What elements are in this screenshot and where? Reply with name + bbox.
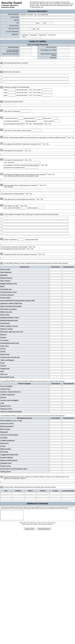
q-visit-yes[interactable] (26, 248, 27, 249)
call-time-input[interactable] (20, 28, 31, 30)
u-desc-2[interactable] (62, 495, 74, 497)
reset-button[interactable] (37, 528, 51, 530)
misc-unarmed-18[interactable] (62, 471, 74, 473)
guard-armed-32[interactable] (49, 359, 61, 361)
guard-armed-35[interactable] (49, 368, 61, 370)
u-pol-2[interactable] (25, 495, 35, 497)
r-no[interactable] (41, 253, 43, 255)
pi-unarmed-6[interactable] (62, 402, 74, 404)
pi-unarmed-8[interactable] (62, 408, 74, 410)
corporation-radio[interactable] (28, 34, 30, 36)
guard-unarmed-0[interactable] (62, 268, 74, 270)
u-desc-3[interactable] (62, 498, 74, 500)
guard-unarmed-20[interactable] (62, 325, 74, 327)
guard-armed-28[interactable] (49, 348, 61, 350)
guard-armed-21[interactable] (49, 328, 61, 330)
u-desc-1[interactable] (62, 492, 74, 494)
guard-armed-31[interactable] (49, 356, 61, 358)
misc-unarmed-6[interactable] (62, 437, 74, 439)
med-input[interactable] (58, 53, 69, 55)
individual-radio[interactable] (20, 34, 22, 36)
misc-armed-3[interactable] (49, 428, 61, 430)
e-input[interactable] (20, 110, 31, 112)
guard-unarmed-14[interactable] (62, 308, 74, 310)
misc-armed-5[interactable] (49, 434, 61, 436)
q-desc-input[interactable] (1, 243, 74, 245)
misc-armed-16[interactable] (49, 465, 61, 467)
n-yes[interactable] (35, 198, 37, 200)
pi-armed-4[interactable] (49, 396, 61, 398)
u-year-1[interactable] (1, 492, 11, 494)
pi-unarmed-5[interactable] (62, 400, 74, 401)
pi-unarmed-3[interactable] (62, 394, 74, 396)
guard-unarmed-36[interactable] (62, 370, 74, 372)
guard-unarmed-15[interactable] (62, 311, 74, 313)
guard-armed-13[interactable] (49, 306, 61, 307)
guard-unarmed-25[interactable] (62, 340, 74, 341)
pi-armed-6[interactable] (49, 402, 61, 404)
guard-unarmed-6[interactable] (62, 286, 74, 288)
c-no-1[interactable] (32, 88, 34, 90)
guard-unarmed-28[interactable] (62, 348, 74, 350)
p-input-5[interactable] (2, 230, 68, 232)
pi-armed-7[interactable] (49, 405, 61, 407)
guard-unarmed-5[interactable] (62, 283, 74, 285)
c-lic-2[interactable] (42, 91, 52, 94)
m-yes[interactable] (38, 184, 40, 186)
g-input[interactable] (31, 129, 42, 132)
o-no[interactable] (23, 205, 25, 206)
pi-armed-1[interactable] (49, 388, 61, 390)
misc-unarmed-8[interactable] (62, 442, 74, 444)
pi-armed-0[interactable] (49, 385, 61, 387)
other-radio[interactable] (20, 36, 22, 37)
pi-unarmed-2[interactable] (62, 391, 74, 393)
misc-unarmed-15[interactable] (62, 462, 74, 464)
guard-armed-6[interactable] (49, 286, 61, 288)
misc-armed-8[interactable] (49, 442, 61, 444)
n-no[interactable] (39, 198, 41, 200)
o-handlers[interactable] (21, 206, 27, 209)
guard-armed-29[interactable] (49, 351, 61, 353)
c-state-1[interactable] (8, 88, 16, 91)
misc-unarmed-1[interactable] (62, 422, 74, 424)
c-yes-2[interactable] (28, 91, 30, 93)
p-input-2[interactable] (2, 220, 68, 222)
misc-unarmed-7[interactable] (62, 440, 74, 442)
misc-armed-9[interactable] (49, 445, 61, 447)
f-armed[interactable] (18, 117, 24, 120)
guard-unarmed-1[interactable] (62, 272, 74, 273)
misc-armed-10[interactable] (49, 448, 61, 450)
guard-armed-14[interactable] (49, 308, 61, 310)
c-lic-3[interactable] (42, 94, 52, 96)
guard-armed-36[interactable] (49, 370, 61, 372)
guard-unarmed-32[interactable] (62, 359, 74, 361)
guard-unarmed-38[interactable] (62, 376, 74, 378)
guard-armed-4[interactable] (49, 280, 61, 282)
pm-radio[interactable] (35, 28, 37, 30)
guard-armed-5[interactable] (49, 283, 61, 285)
guard-unarmed-35[interactable] (62, 368, 74, 370)
additional-comments[interactable] (1, 510, 24, 520)
each-occ-input[interactable] (58, 47, 69, 48)
misc-armed-12[interactable] (49, 454, 61, 456)
q-num[interactable] (18, 238, 24, 241)
misc-armed-4[interactable] (49, 431, 61, 433)
misc-unarmed-12[interactable] (62, 454, 74, 456)
misc-unarmed-17[interactable] (62, 468, 74, 470)
guard-armed-23[interactable] (49, 334, 61, 336)
personal-input[interactable] (20, 53, 32, 55)
guard-unarmed-33[interactable] (62, 362, 74, 364)
k-no[interactable] (28, 159, 30, 160)
c-no-2[interactable] (32, 91, 34, 93)
guard-unarmed-17[interactable] (62, 317, 74, 319)
pi-armed-8[interactable] (49, 408, 61, 410)
guard-unarmed-7[interactable] (62, 288, 74, 290)
b-input-2[interactable] (2, 78, 68, 80)
p-input-3[interactable] (2, 223, 68, 226)
other-input[interactable] (26, 36, 42, 38)
d-input[interactable] (1, 104, 74, 106)
guard-armed-19[interactable] (49, 322, 61, 324)
pi-unarmed-4[interactable] (62, 396, 74, 398)
pi-armed-3[interactable] (49, 394, 61, 396)
j-yes[interactable] (23, 150, 25, 151)
